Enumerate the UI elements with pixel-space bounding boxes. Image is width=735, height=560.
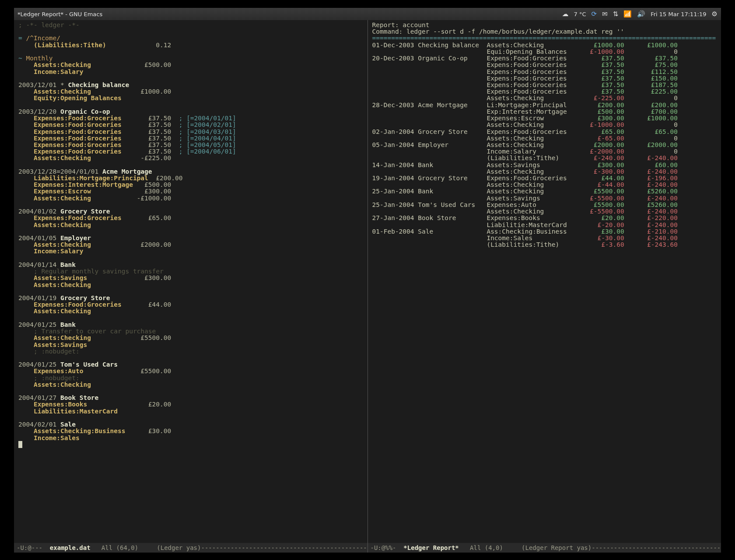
report-row[interactable]: Income:Sales £-30.00 £-240.00 bbox=[372, 235, 717, 242]
blank-line[interactable] bbox=[18, 162, 363, 168]
posting-line[interactable]: Expenses:Escrow £300.00 bbox=[18, 188, 363, 195]
report-row[interactable]: Expens:Food:Groceries £37.50 £187.50 bbox=[372, 82, 717, 88]
blank-line[interactable] bbox=[18, 255, 363, 262]
blank-line[interactable] bbox=[18, 388, 363, 395]
report-row[interactable]: Expenses:Escrow £300.00 £1000.00 bbox=[372, 115, 717, 122]
posting-line[interactable]: Expenses:Food:Groceries £44.00 bbox=[18, 301, 363, 308]
settings-icon[interactable]: ⚙ bbox=[712, 10, 718, 18]
report-row[interactable]: 19-Jan-2004 Grocery Store Expens:Food:Gr… bbox=[372, 175, 717, 182]
report-row[interactable]: Exp:Interest:Mortgage £500.00 £700.00 bbox=[372, 108, 717, 115]
transaction-header[interactable]: 2004/01/25 Bank bbox=[18, 322, 363, 328]
report-row[interactable]: Expens:Food:Groceries £37.50 £112.50 bbox=[372, 69, 717, 75]
comment-line[interactable]: ; -*- ledger -*- bbox=[18, 22, 363, 28]
report-row[interactable]: 25-Jan-2004 Bank Assets:Checking £5500.0… bbox=[372, 188, 717, 195]
posting-line[interactable]: Assets:Checking £1000.00 bbox=[18, 88, 363, 95]
blank-line[interactable] bbox=[18, 28, 363, 35]
posting-line[interactable]: Assets:Checking bbox=[18, 308, 363, 315]
right-pane[interactable]: Report: accountCommand: ledger --sort d … bbox=[368, 20, 721, 553]
posting-line[interactable]: Assets:Savings £300.00 bbox=[18, 275, 363, 281]
report-row[interactable]: 28-Dec-2003 Acme Mortgage Li:Mortgage:Pr… bbox=[372, 102, 717, 108]
report-row[interactable]: Assets:Checking £-225.00 0 bbox=[372, 95, 717, 102]
report-row[interactable]: 27-Jan-2004 Book Store Expenses:Books £2… bbox=[372, 215, 717, 221]
report-row[interactable]: (Liabilities:Tithe) £-240.00 £-240.00 bbox=[372, 155, 717, 161]
periodic-rule[interactable]: = /^Income/ bbox=[18, 35, 363, 42]
posting-line[interactable]: Expenses:Food:Groceries £37.50 ; [=2004/… bbox=[18, 129, 363, 135]
mail-icon[interactable]: ✉ bbox=[602, 10, 608, 18]
transaction-header[interactable]: 2004/01/27 Book Store bbox=[18, 395, 363, 401]
blank-line[interactable] bbox=[18, 49, 363, 55]
posting-line[interactable]: Expenses:Food:Groceries £37.50 ; [=2004/… bbox=[18, 135, 363, 142]
report-row[interactable]: 01-Dec-2003 Checking balance Assets:Chec… bbox=[372, 42, 717, 49]
posting-line[interactable]: Assets:Savings bbox=[18, 342, 363, 348]
report-row[interactable]: Assets:Checking £-44.00 £-240.00 bbox=[372, 182, 717, 188]
posting-line[interactable]: Assets:Checking bbox=[18, 222, 363, 228]
note-line[interactable]: ; Transfer to cover car purchase bbox=[18, 328, 363, 335]
report-row[interactable]: Income:Salary £-2000.00 0 bbox=[372, 148, 717, 155]
posting-line[interactable]: Expenses:Books £20.00 bbox=[18, 401, 363, 408]
posting-line[interactable]: Assets:Checking bbox=[18, 382, 363, 388]
blank-line[interactable] bbox=[18, 75, 363, 82]
posting-line[interactable]: Income:Salary bbox=[18, 248, 363, 255]
report-row[interactable]: Assets:Savings £-5500.00 £-240.00 bbox=[372, 195, 717, 202]
note-line[interactable]: ; :nobudget: bbox=[18, 375, 363, 382]
report-row[interactable]: Expens:Food:Groceries £37.50 £225.00 bbox=[372, 88, 717, 95]
blank-line[interactable] bbox=[18, 202, 363, 208]
blank-line[interactable] bbox=[18, 288, 363, 295]
posting-line[interactable]: Expenses:Food:Groceries £37.50 ; [=2004/… bbox=[18, 115, 363, 122]
report-row[interactable]: 14-Jan-2004 Bank Assets:Savings £300.00 … bbox=[372, 162, 717, 168]
posting-line[interactable]: Expenses:Food:Groceries £65.00 bbox=[18, 215, 363, 221]
blank-line[interactable] bbox=[18, 228, 363, 235]
cursor[interactable] bbox=[18, 441, 363, 448]
posting-line[interactable]: Liabilities:MasterCard bbox=[18, 408, 363, 415]
posting-line[interactable]: Expenses:Food:Groceries £37.50 ; [=2004/… bbox=[18, 142, 363, 148]
report-row[interactable]: Assets:Checking £-65.00 0 bbox=[372, 135, 717, 142]
report-row[interactable]: Assets:Checking £-300.00 £-240.00 bbox=[372, 168, 717, 175]
transaction-header[interactable]: 2004/01/14 Bank bbox=[18, 262, 363, 268]
report-row[interactable]: 20-Dec-2003 Organic Co-op Expens:Food:Gr… bbox=[372, 55, 717, 62]
report-row[interactable]: (Liabilities:Tithe) £-3.60 £-243.60 bbox=[372, 242, 717, 248]
network-icon[interactable]: ⇅ bbox=[613, 10, 619, 18]
note-line[interactable]: ; :nobudget: bbox=[18, 348, 363, 355]
blank-line[interactable] bbox=[18, 355, 363, 361]
posting-line[interactable]: Expenses:Food:Groceries £37.50 ; [=2004/… bbox=[18, 148, 363, 155]
transaction-header[interactable]: 2004/01/02 Grocery Store bbox=[18, 208, 363, 215]
posting-line[interactable]: Assets:Checking -£1000.00 bbox=[18, 195, 363, 202]
posting-line[interactable]: Assets:Checking -£225.00 bbox=[18, 155, 363, 161]
transaction-header[interactable]: 2004/01/25 Tom's Used Cars bbox=[18, 361, 363, 368]
left-pane[interactable]: ; -*- ledger -*- = /^Income/ (Liabilitie… bbox=[14, 20, 368, 553]
blank-line[interactable] bbox=[18, 102, 363, 108]
transaction-header[interactable]: 2004/01/19 Grocery Store bbox=[18, 295, 363, 301]
posting-line[interactable]: Assets:Checking:Business £30.00 bbox=[18, 428, 363, 434]
posting-line[interactable]: Income:Salary bbox=[18, 69, 363, 75]
posting-line[interactable]: Assets:Checking £500.00 bbox=[18, 62, 363, 68]
transaction-header[interactable]: 2003/12/01 * Checking balance bbox=[18, 82, 363, 88]
periodic-rule[interactable]: ~ Monthly bbox=[18, 55, 363, 62]
blank-line[interactable] bbox=[18, 415, 363, 421]
report-row[interactable]: Equi:Opening Balances £-1000.00 0 bbox=[372, 49, 717, 55]
report-row[interactable]: Expens:Food:Groceries £37.50 £150.00 bbox=[372, 75, 717, 82]
refresh-icon[interactable]: ⟳ bbox=[591, 10, 597, 18]
report-row[interactable]: Assets:Checking £-5500.00 £-240.00 bbox=[372, 208, 717, 215]
ledger-source-buffer[interactable]: ; -*- ledger -*- = /^Income/ (Liabilitie… bbox=[14, 20, 368, 543]
report-row[interactable]: Expens:Food:Groceries £37.50 £75.00 bbox=[372, 62, 717, 68]
transaction-header[interactable]: 2003/12/20 Organic Co-op bbox=[18, 108, 363, 115]
posting-line[interactable]: Income:Sales bbox=[18, 435, 363, 441]
report-row[interactable]: 02-Jan-2004 Grocery Store Expens:Food:Gr… bbox=[372, 129, 717, 135]
posting-line[interactable]: Assets:Checking bbox=[18, 282, 363, 288]
report-row[interactable]: 25-Jan-2004 Tom's Used Cars Expenses:Aut… bbox=[372, 202, 717, 208]
transaction-header[interactable]: 2004/01/05 Employer bbox=[18, 235, 363, 242]
posting-line[interactable]: Equity:Opening Balances bbox=[18, 95, 363, 102]
ledger-report-buffer[interactable]: Report: accountCommand: ledger --sort d … bbox=[368, 20, 721, 543]
wifi-icon[interactable]: 📶 bbox=[623, 10, 632, 18]
note-line[interactable]: ; Regular monthly savings transfer bbox=[18, 268, 363, 275]
posting-line[interactable]: Liabilities:Mortgage:Principal £200.00 bbox=[18, 175, 363, 182]
blank-line[interactable] bbox=[18, 315, 363, 322]
posting-line[interactable]: Assets:Checking £2000.00 bbox=[18, 242, 363, 248]
volume-icon[interactable]: 🔊 bbox=[637, 10, 645, 18]
posting-line[interactable]: Assets:Checking £5500.00 bbox=[18, 335, 363, 341]
posting-line[interactable]: Expenses:Auto £5500.00 bbox=[18, 368, 363, 374]
report-row[interactable]: Assets:Checking £-1000.00 0 bbox=[372, 122, 717, 128]
posting-line[interactable]: Expenses:Interest:Mortgage £500.00 bbox=[18, 182, 363, 188]
posting-line[interactable]: Expenses:Food:Groceries £37.50 ; [=2004/… bbox=[18, 122, 363, 128]
transaction-header[interactable]: 2003/12/28=2004/01/01 Acme Mortgage bbox=[18, 168, 363, 175]
